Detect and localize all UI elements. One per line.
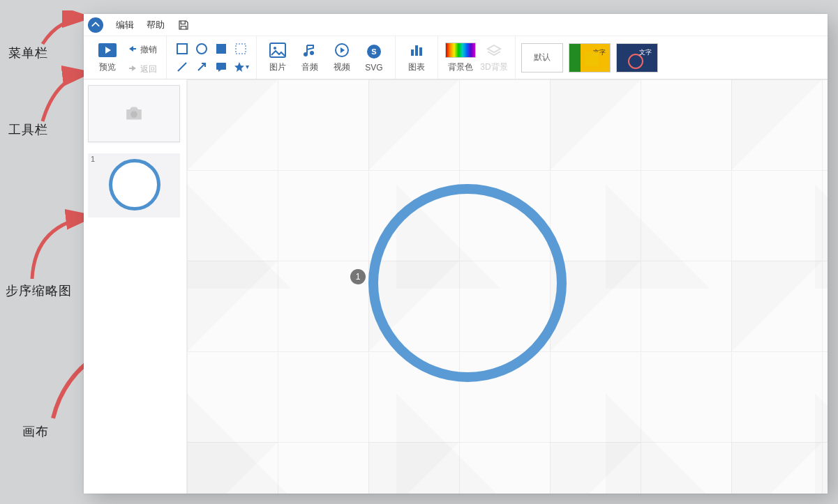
shape-frame-icon[interactable] bbox=[172, 40, 192, 58]
undo-arrow-icon bbox=[128, 45, 137, 55]
video-icon bbox=[334, 42, 350, 59]
overview-thumb[interactable] bbox=[88, 85, 180, 142]
redo-arrow-icon bbox=[128, 64, 137, 75]
insert-video-button[interactable]: 视频 bbox=[327, 38, 357, 77]
template-default[interactable]: 默认 bbox=[521, 43, 563, 72]
svg-rect-2 bbox=[177, 44, 187, 54]
svg-point-10 bbox=[310, 51, 314, 55]
menubar: 编辑 帮助 bbox=[84, 14, 828, 36]
template-style-2[interactable]: 文字 bbox=[616, 43, 658, 72]
preview-button[interactable]: 预览 bbox=[92, 38, 123, 77]
svg-point-9 bbox=[304, 52, 308, 56]
svg-icon: S bbox=[366, 43, 382, 60]
insert-svg-button[interactable]: S SVG bbox=[359, 38, 389, 77]
spectrum-icon bbox=[445, 42, 476, 59]
back-button[interactable]: 返回 bbox=[124, 61, 160, 79]
shape-circle-icon[interactable] bbox=[192, 40, 211, 58]
step-number: 1 bbox=[91, 155, 95, 163]
chart-icon bbox=[409, 42, 424, 59]
layers-icon bbox=[486, 42, 502, 59]
camera-icon bbox=[124, 105, 144, 122]
step-thumb-1[interactable]: 1 bbox=[88, 153, 180, 217]
svg-rect-16 bbox=[419, 47, 422, 56]
svg-rect-15 bbox=[415, 45, 418, 56]
app-window: 编辑 帮助 预览 撤销 返回 bbox=[84, 14, 828, 494]
sidebar: 1 bbox=[84, 79, 187, 494]
svg-rect-6 bbox=[216, 63, 226, 70]
logo-icon[interactable] bbox=[88, 17, 103, 33]
bg3d-button[interactable]: 3D背景 bbox=[479, 38, 509, 77]
svg-rect-1 bbox=[177, 44, 187, 54]
menu-help[interactable]: 帮助 bbox=[147, 19, 165, 31]
svg-rect-14 bbox=[411, 49, 414, 56]
svg-point-8 bbox=[274, 47, 276, 49]
svg-rect-5 bbox=[236, 44, 246, 54]
shape-square-icon[interactable] bbox=[211, 40, 231, 58]
insert-chart-button[interactable]: 图表 bbox=[401, 38, 432, 77]
bgcolor-button[interactable]: 背景色 bbox=[444, 38, 477, 77]
save-icon[interactable] bbox=[177, 19, 190, 31]
shape-line-icon[interactable] bbox=[172, 58, 192, 76]
shape-star-icon[interactable]: ▾ bbox=[231, 58, 250, 76]
menu-edit[interactable]: 编辑 bbox=[116, 19, 134, 31]
shape-arrow-icon[interactable] bbox=[192, 58, 211, 76]
svg-rect-4 bbox=[216, 44, 226, 54]
svg-point-3 bbox=[197, 44, 207, 54]
toolbar: 预览 撤销 返回 ▾ bbox=[84, 36, 828, 79]
svg-point-17 bbox=[130, 111, 137, 118]
undo-button[interactable]: 撤销 bbox=[124, 41, 160, 59]
svg-text:S: S bbox=[371, 47, 376, 56]
step-badge: 1 bbox=[350, 269, 366, 284]
step-thumb-circle bbox=[109, 159, 160, 211]
shape-marquee-icon[interactable] bbox=[231, 40, 250, 58]
audio-icon bbox=[302, 42, 317, 59]
shapes-group: ▾ bbox=[167, 36, 257, 79]
insert-audio-button[interactable]: 音频 bbox=[294, 38, 325, 77]
image-icon bbox=[269, 42, 286, 59]
template-style-1[interactable]: 文字 bbox=[569, 43, 611, 72]
shape-chat-icon[interactable] bbox=[211, 58, 231, 76]
canvas-circle-shape[interactable] bbox=[368, 184, 567, 382]
play-icon bbox=[98, 42, 117, 59]
insert-image-button[interactable]: 图片 bbox=[262, 38, 293, 77]
canvas[interactable]: 1 bbox=[187, 79, 828, 494]
annotation-canvas: 画布 bbox=[22, 423, 49, 440]
